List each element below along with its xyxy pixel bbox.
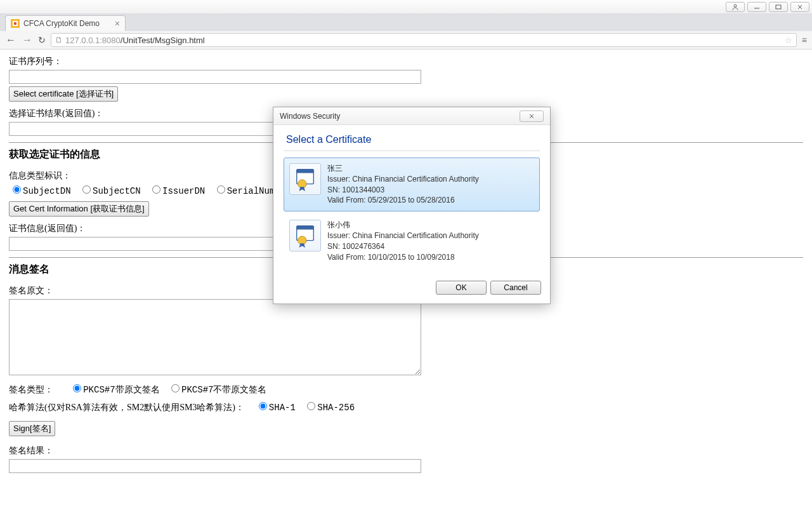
url-host: 127.0.0.1 <box>65 36 100 45</box>
sign-button[interactable]: Sign[签名] <box>9 421 55 436</box>
favicon-icon <box>11 19 20 28</box>
svg-rect-2 <box>776 5 781 9</box>
tab-bar: CFCA CryptoKit Demo × <box>0 14 812 31</box>
radio-subjectdn-label: SubjectDN <box>23 186 71 196</box>
radio-sha256[interactable] <box>307 402 315 410</box>
certificate-item[interactable]: 张小伟 Issuer: China Financial Certificatio… <box>284 214 540 268</box>
dialog-title-text: Windows Security <box>280 112 340 121</box>
forward-button[interactable]: → <box>22 34 33 46</box>
sign-result-label: 签名结果： <box>9 446 53 455</box>
radio-pkcs7-attached-label: PKCS#7带原文签名 <box>83 385 159 395</box>
radio-pkcs7-detached[interactable] <box>171 384 180 392</box>
reload-button[interactable]: ↻ <box>38 35 46 45</box>
hash-label: 哈希算法(仅对RSA算法有效，SM2默认使用SM3哈希算法)： <box>9 403 244 412</box>
dialog-titlebar[interactable]: Windows Security <box>273 107 550 125</box>
select-result-label: 选择证书结果(返回值)： <box>9 109 103 118</box>
svg-rect-11 <box>297 170 314 173</box>
radio-subjectcn[interactable] <box>82 185 91 194</box>
back-button[interactable]: ← <box>5 34 16 46</box>
radio-serialnumber[interactable] <box>217 185 225 194</box>
dialog-heading: Select a Certificate <box>286 134 540 145</box>
get-cert-info-button[interactable]: Get Cert Information [获取证书信息] <box>9 201 149 217</box>
user-icon[interactable] <box>726 2 745 12</box>
tab-close-icon[interactable]: × <box>115 19 120 28</box>
radio-sha1-label: SHA-1 <box>269 403 296 413</box>
select-certificate-button[interactable]: Select certificate [选择证书] <box>9 86 118 102</box>
window-titlebar <box>0 0 812 14</box>
windows-security-dialog: Windows Security Select a Certificate 张三… <box>273 107 551 304</box>
svg-point-15 <box>298 236 306 244</box>
cert-valid: Valid From: 05/29/2015 to 05/28/2016 <box>327 195 479 206</box>
cert-valid: Valid From: 10/10/2015 to 10/09/2018 <box>327 252 479 263</box>
radio-pkcs7-attached[interactable] <box>73 384 81 392</box>
cert-issuer: Issuer: China Financial Certification Au… <box>327 174 479 185</box>
cert-sn: SN: 1001344003 <box>327 185 479 196</box>
dialog-cancel-button[interactable]: Cancel <box>490 281 541 295</box>
cert-name: 张小伟 <box>327 220 479 231</box>
page-icon: 🗋 <box>55 36 63 44</box>
radio-subjectcn-label: SubjectCN <box>93 186 141 196</box>
bookmark-star-icon[interactable]: ☆ <box>785 36 792 45</box>
maximize-button[interactable] <box>769 2 788 12</box>
sign-result-input[interactable] <box>9 459 421 473</box>
svg-rect-7 <box>14 22 16 25</box>
radio-pkcs7-detached-label: PKCS#7不带原文签名 <box>181 385 266 395</box>
svg-point-12 <box>298 180 306 188</box>
radio-issuerdn-label: IssuerDN <box>162 186 205 196</box>
dialog-ok-button[interactable]: OK <box>436 281 487 295</box>
radio-sha256-label: SHA-256 <box>317 403 355 413</box>
url-port: :8080 <box>100 36 121 45</box>
svg-point-0 <box>734 4 737 7</box>
cert-info-label: 证书信息(返回值)： <box>9 224 86 233</box>
cert-name: 张三 <box>327 163 479 174</box>
close-button[interactable] <box>790 2 809 12</box>
sign-source-label: 签名原文： <box>9 286 53 295</box>
tab-title: CFCA CryptoKit Demo <box>23 19 100 28</box>
radio-sha1[interactable] <box>259 402 267 410</box>
radio-subjectdn[interactable] <box>13 185 21 194</box>
cert-sn: SN: 1002476364 <box>327 241 479 252</box>
svg-rect-14 <box>297 226 314 230</box>
cert-issuer: Issuer: China Financial Certification Au… <box>327 231 479 241</box>
serial-label: 证书序列号： <box>9 57 62 66</box>
browser-toolbar: ← → ↻ 🗋 127.0.0.1:8080/UnitTest/MsgSign.… <box>0 31 812 50</box>
browser-tab[interactable]: CFCA CryptoKit Demo × <box>5 15 126 31</box>
dialog-close-button[interactable] <box>520 110 544 122</box>
serial-input[interactable] <box>9 70 421 84</box>
certificate-icon <box>289 220 321 251</box>
sign-type-label: 签名类型： <box>9 385 53 394</box>
menu-icon[interactable]: ≡ <box>802 35 807 45</box>
radio-issuerdn[interactable] <box>152 185 160 194</box>
minimize-button[interactable] <box>747 2 766 12</box>
dialog-separator <box>284 150 540 151</box>
certificate-item[interactable]: 张三 Issuer: China Financial Certification… <box>284 157 540 211</box>
info-type-label: 信息类型标识： <box>9 171 71 180</box>
certificate-icon <box>289 163 321 195</box>
url-path: /UnitTest/MsgSign.html <box>121 36 205 45</box>
url-bar[interactable]: 🗋 127.0.0.1:8080/UnitTest/MsgSign.html ☆ <box>51 33 797 47</box>
sign-source-textarea[interactable] <box>9 299 421 375</box>
